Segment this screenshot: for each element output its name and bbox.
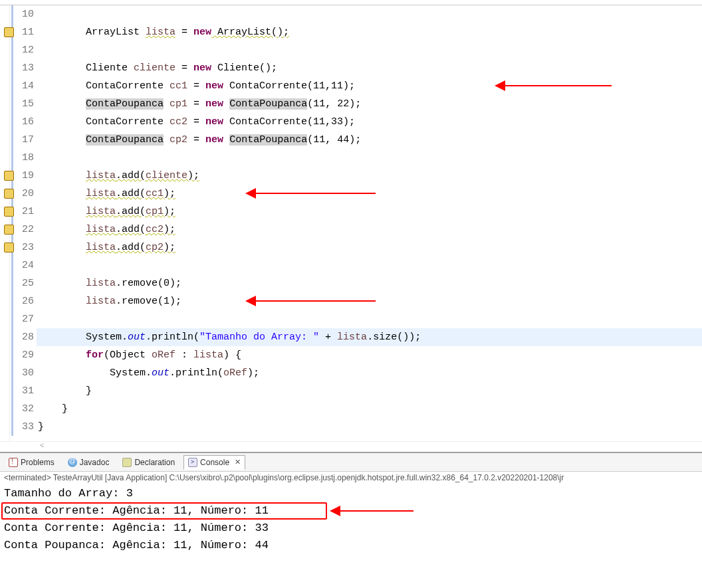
folding-ruler xyxy=(0,5,10,441)
annotation-arrow-icon xyxy=(256,300,376,302)
tab-label: Problems xyxy=(21,458,55,467)
console-line: Tamanho do Array: 3 xyxy=(4,485,698,502)
tab-label: Javadoc xyxy=(80,458,110,467)
line-number: 27 xyxy=(10,310,34,328)
line-number: 16 xyxy=(10,113,34,131)
annotation-highlight-box xyxy=(1,502,327,520)
line-number: 17 xyxy=(10,131,34,149)
panel-tab-bar: Problems Javadoc Declaration Console✕ xyxy=(0,453,702,472)
line-number: 20 xyxy=(10,185,34,203)
tab-problems[interactable]: Problems xyxy=(4,455,59,470)
line-number: 14 xyxy=(10,77,34,95)
console-icon xyxy=(188,458,197,467)
line-number: 26 xyxy=(10,292,34,310)
line-number: 22 xyxy=(10,221,34,239)
line-number: 21 xyxy=(10,203,34,221)
line-number: 24 xyxy=(10,256,34,274)
line-number: 33 xyxy=(10,418,34,436)
bottom-panel: Problems Javadoc Declaration Console✕ <t… xyxy=(0,452,702,588)
line-number: 23 xyxy=(10,239,34,256)
code-area[interactable]: ArrayList lista = new ArrayList(); Clien… xyxy=(37,5,702,441)
annotation-arrow-icon xyxy=(340,510,413,512)
tab-label: Console xyxy=(200,458,229,467)
line-number: 12 xyxy=(10,41,34,59)
tab-console[interactable]: Console✕ xyxy=(183,455,245,470)
editor-tab-bar xyxy=(0,0,702,5)
line-number: 18 xyxy=(10,149,34,167)
line-number: 15 xyxy=(10,95,34,113)
console-line: Conta Poupanca: Agência: 11, Número: 44 xyxy=(4,537,698,554)
line-number: 32 xyxy=(10,400,34,418)
annotation-arrow-icon xyxy=(256,193,376,194)
console-output[interactable]: Tamanho do Array: 3 Conta Corrente: Agên… xyxy=(0,484,702,555)
line-number: 10 xyxy=(10,5,34,23)
line-number: 19 xyxy=(10,167,34,185)
line-number: 28 xyxy=(10,328,34,346)
annotation-arrow-icon xyxy=(505,85,612,86)
console-launch-info: <terminated> TesteArrayUtil [Java Applic… xyxy=(0,472,702,484)
declaration-icon xyxy=(122,458,132,467)
line-number: 13 xyxy=(10,59,34,77)
scroll-indicator: < xyxy=(0,441,702,452)
line-number-gutter: 1011121314151617181920212223242526272829… xyxy=(10,5,37,441)
tab-label: Declaration xyxy=(134,458,175,467)
console-line: Conta Corrente: Agência: 11, Número: 33 xyxy=(4,520,698,537)
line-number: 25 xyxy=(10,274,34,292)
tab-javadoc[interactable]: Javadoc xyxy=(63,455,114,470)
line-number: 29 xyxy=(10,346,34,364)
problems-icon xyxy=(9,458,18,467)
line-number: 11 xyxy=(10,23,34,41)
tab-declaration[interactable]: Declaration xyxy=(118,455,179,470)
code-editor[interactable]: 1011121314151617181920212223242526272829… xyxy=(0,5,702,441)
close-icon[interactable]: ✕ xyxy=(235,458,241,466)
line-number: 31 xyxy=(10,382,34,400)
line-number: 30 xyxy=(10,364,34,382)
javadoc-icon xyxy=(68,458,77,467)
